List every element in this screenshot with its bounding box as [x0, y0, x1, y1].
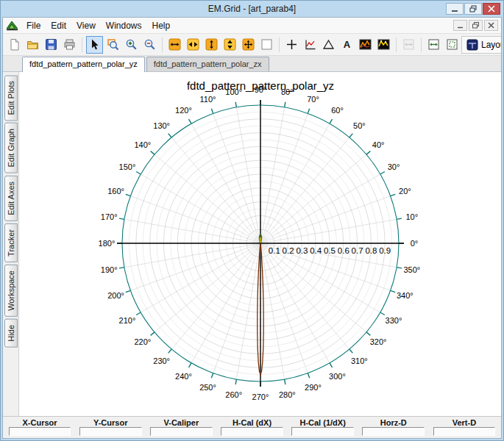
svg-text:150°: 150°	[119, 162, 136, 171]
child-minimize-button[interactable]	[453, 20, 467, 31]
fit-width-icon	[427, 38, 440, 51]
close-icon	[488, 5, 495, 12]
sidebar-item-tracker[interactable]: Tracker	[4, 223, 18, 262]
status-col-x-cursor: X-Cursor	[4, 418, 75, 436]
child-restore-icon	[472, 22, 480, 29]
pointer-icon	[88, 38, 101, 51]
pointer-button[interactable]	[86, 36, 103, 54]
child-close-button[interactable]	[484, 20, 498, 31]
triangle-caliper-icon	[322, 38, 335, 51]
svg-text:260°: 260°	[225, 390, 242, 399]
child-close-icon	[488, 22, 494, 29]
colormap-bright-icon	[377, 38, 390, 51]
scroll-vertical-button[interactable]	[221, 36, 238, 54]
svg-text:0.5: 0.5	[324, 246, 336, 255]
scroll-horizontal-button[interactable]	[185, 36, 202, 54]
toolbar-separator	[82, 37, 82, 52]
fit-box-icon	[446, 38, 458, 51]
sidebar-item-edit-graph[interactable]: Edit Graph	[4, 123, 18, 173]
layout-label: Layout	[481, 40, 502, 50]
sidebar-item-workspace[interactable]: Workspace	[4, 265, 18, 317]
polar-plot-canvas[interactable]: 0°10°20°30°40°50°60°70°80°90°100°110°120…	[19, 72, 501, 416]
fit-box-button[interactable]	[444, 36, 461, 54]
colormap-bright-button[interactable]	[375, 36, 392, 54]
zoom-out-icon	[143, 38, 156, 51]
tab-polar-zx[interactable]: fdtd_pattern_pattern_polar_zx	[146, 57, 269, 71]
print-button[interactable]	[61, 36, 78, 54]
svg-text:200°: 200°	[107, 291, 124, 300]
tab-polar-yz[interactable]: fdtd_pattern_pattern_polar_yz	[22, 57, 145, 72]
toolbar-separator	[279, 37, 280, 52]
svg-text:210°: 210°	[119, 316, 136, 325]
autoscale-button[interactable]	[240, 36, 257, 54]
close-button[interactable]	[483, 3, 500, 15]
svg-text:330°: 330°	[386, 316, 402, 325]
fit-width-button[interactable]	[425, 36, 442, 54]
new-button[interactable]	[6, 36, 23, 54]
save-button[interactable]	[43, 36, 60, 54]
layout-dropdown[interactable]: Layout ▾	[461, 36, 502, 54]
window-controls	[446, 3, 503, 15]
child-restore-button[interactable]	[469, 20, 483, 31]
scroll-vertical-icon	[224, 38, 236, 51]
zoom-window-button[interactable]	[104, 36, 121, 54]
left-sidebar: Edit Plots Edit Graph Edit Axes Tracker …	[3, 72, 19, 416]
restore-icon	[469, 5, 478, 12]
menu-help[interactable]: Help	[147, 19, 176, 32]
svg-text:140°: 140°	[135, 140, 152, 149]
svg-text:30°: 30°	[388, 162, 400, 171]
svg-text:A: A	[344, 39, 351, 50]
svg-text:230°: 230°	[153, 356, 170, 365]
pan-disabled-button	[400, 36, 417, 54]
tracker-axes-icon	[304, 38, 316, 51]
status-col-hcal-dx: H-Cal (dX)	[216, 418, 287, 436]
window-frame: File Edit View Windows Help	[2, 17, 502, 439]
window-title: EM.Grid - [art_parab4]	[1, 4, 503, 14]
expand-vertical-button[interactable]	[203, 36, 220, 54]
toolbar-separator	[162, 37, 163, 52]
sidebar-item-edit-axes[interactable]: Edit Axes	[4, 176, 18, 221]
svg-text:340°: 340°	[397, 291, 414, 300]
svg-text:110°: 110°	[200, 95, 216, 104]
zoom-in-button[interactable]	[123, 36, 140, 54]
expand-horizontal-button[interactable]	[166, 36, 183, 54]
status-col-horz-d: Horz-D	[358, 418, 429, 436]
add-text-button[interactable]: A	[338, 36, 355, 54]
colormap-dark-button[interactable]	[357, 36, 374, 54]
status-label: Vert-D	[452, 418, 476, 427]
svg-text:280°: 280°	[279, 390, 296, 399]
restore-button[interactable]	[464, 3, 482, 15]
svg-text:300°: 300°	[329, 372, 346, 381]
clear-markers-button[interactable]	[258, 36, 275, 54]
sidebar-item-hide[interactable]: Hide	[4, 319, 18, 348]
svg-text:170°: 170°	[101, 212, 118, 221]
main-content: Edit Plots Edit Graph Edit Axes Tracker …	[3, 72, 501, 416]
crosshair-icon	[285, 38, 298, 51]
tracker-button[interactable]	[302, 36, 319, 54]
menu-windows[interactable]: Windows	[101, 19, 147, 32]
svg-text:fdtd_pattern_pattern_polar_yz: fdtd_pattern_pattern_polar_yz	[187, 79, 334, 92]
svg-text:180°: 180°	[99, 239, 116, 248]
open-button[interactable]	[24, 36, 41, 54]
status-bar: X-Cursor Y-Cursor V-Caliper H-Cal (dX) H…	[3, 416, 501, 438]
menu-file[interactable]: File	[21, 19, 46, 32]
toolbar-separator	[421, 37, 422, 52]
autoscale-icon	[242, 38, 255, 51]
crosshair-button[interactable]	[283, 36, 300, 54]
zoom-out-button[interactable]	[141, 36, 158, 54]
scroll-horizontal-icon	[187, 38, 199, 51]
svg-text:320°: 320°	[370, 337, 387, 346]
menu-view[interactable]: View	[71, 19, 101, 32]
svg-text:0.2: 0.2	[283, 246, 294, 255]
toolbar-separator	[396, 37, 397, 52]
menu-edit[interactable]: Edit	[46, 19, 71, 32]
text-a-icon: A	[341, 38, 353, 51]
status-value	[150, 427, 213, 436]
svg-text:0.7: 0.7	[352, 246, 363, 255]
app-window: EM.Grid - [art_parab4] File Edit View	[0, 0, 504, 441]
colormap-dark-icon	[359, 38, 372, 51]
caliper-button[interactable]	[320, 36, 337, 54]
sidebar-item-edit-plots[interactable]: Edit Plots	[4, 75, 18, 121]
svg-text:130°: 130°	[153, 121, 170, 130]
minimize-button[interactable]	[446, 3, 464, 15]
